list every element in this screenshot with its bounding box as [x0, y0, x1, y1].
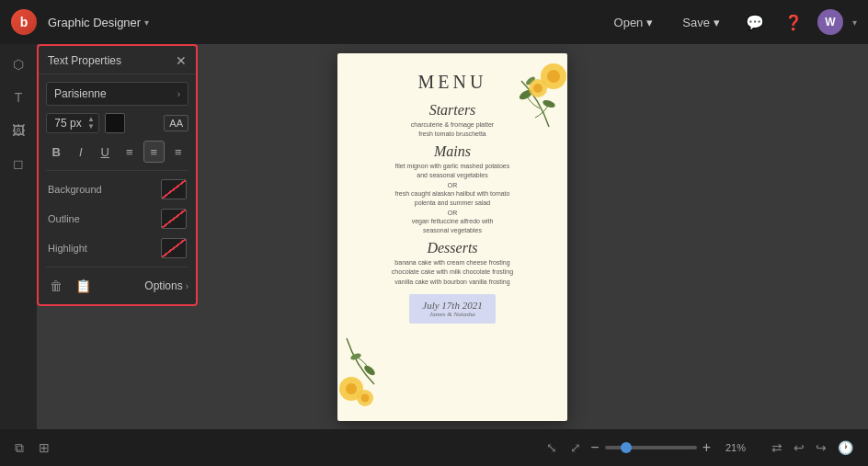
svg-point-1 [542, 98, 556, 108]
mains-item-5: vegan fettuccine alfredo with [412, 217, 494, 227]
help-icon[interactable]: ❓ [779, 10, 808, 35]
svg-point-12 [361, 393, 370, 402]
svg-point-10 [346, 383, 357, 394]
underline-button[interactable]: U [95, 141, 116, 163]
background-color-swatch[interactable] [161, 179, 187, 199]
app-name-chevron[interactable]: ▾ [144, 17, 149, 28]
desserts-item-3: vanilla cake with bourbon vanilla frosti… [394, 278, 509, 288]
bottom-bar: ⧉ ⊞ ⤡ ⤢ − + 21% ⇄ ↩ ↪ 🕐 [0, 429, 868, 466]
sidebar-icon-layers[interactable]: ⬡ [6, 51, 31, 77]
open-button[interactable]: Open ▾ [605, 10, 663, 35]
panel-title: Text Properties [48, 54, 121, 67]
avatar-chevron[interactable]: ▾ [852, 17, 857, 28]
mains-or-2: OR [448, 210, 458, 216]
history-icon[interactable]: 🕐 [834, 437, 857, 459]
options-button[interactable]: Options › [144, 279, 188, 292]
svg-point-6 [533, 84, 542, 93]
outline-label: Outline [48, 213, 80, 224]
background-row: Background [39, 175, 196, 204]
highlight-row: Highlight [39, 233, 196, 263]
align-center-button[interactable]: ≡ [143, 141, 165, 163]
font-size-input[interactable] [51, 117, 86, 130]
delete-icon[interactable]: 🗑 [46, 277, 66, 295]
text-properties-panel: Text Properties ✕ Parisienne › ▲ ▼ AA B … [37, 44, 198, 306]
divider-1 [46, 170, 188, 171]
divider-2 [46, 267, 188, 267]
font-size-input-wrap: ▲ ▼ [46, 113, 99, 133]
desserts-title: Desserts [427, 240, 477, 256]
menu-names: James & Natasha [422, 311, 482, 318]
font-name-label: Parisienne [54, 87, 107, 100]
logo[interactable]: b [11, 9, 37, 35]
font-size-down[interactable]: ▼ [87, 123, 95, 131]
highlight-color-swatch[interactable] [161, 238, 187, 258]
starters-title: Starters [429, 102, 476, 119]
main-area: ⬡ T 🖼 ◻ Text Properties ✕ Parisienne › ▲… [0, 44, 868, 429]
mains-item-4: polenta and summer salad [415, 199, 491, 209]
format-row: B I U ≡ ≡ ≡ [39, 137, 196, 166]
zoom-out-button[interactable]: − [590, 439, 599, 456]
flower-top-right [494, 53, 567, 136]
bottom-right-icons: ⇄ ↩ ↪ 🕐 [768, 437, 857, 459]
font-size-row: ▲ ▼ AA [39, 109, 196, 137]
swap-icon[interactable]: ⇄ [768, 437, 786, 459]
zoom-in-button[interactable]: + [702, 439, 711, 456]
zoom-controls: ⤡ ⤢ − + 21% [542, 437, 746, 459]
mains-or-1: OR [448, 182, 458, 188]
font-selector-chevron: › [177, 89, 180, 99]
layers-icon[interactable]: ⧉ [11, 437, 28, 460]
svg-point-4 [547, 70, 560, 83]
highlight-label: Highlight [48, 243, 87, 254]
align-left-button[interactable]: ≡ [120, 141, 141, 163]
sidebar-icon-text[interactable]: T [6, 85, 31, 110]
save-button[interactable]: Save ▾ [673, 10, 729, 35]
aa-button[interactable]: AA [164, 115, 188, 131]
outline-row: Outline [39, 204, 196, 233]
resize-icon[interactable]: ⤡ [542, 437, 561, 459]
outline-color-swatch[interactable] [161, 209, 187, 229]
left-sidebar: ⬡ T 🖼 ◻ [0, 44, 37, 429]
font-selector[interactable]: Parisienne › [46, 82, 188, 106]
grid-icon[interactable]: ⊞ [35, 437, 53, 459]
desserts-item-2: chocolate cake with milk chocolate frost… [392, 267, 513, 278]
background-label: Background [48, 184, 102, 195]
redo-icon[interactable]: ↪ [812, 437, 830, 459]
fullscreen-icon[interactable]: ⤢ [566, 437, 585, 459]
mains-item-3: fresh caught alaskan halibut with tomato [395, 189, 510, 199]
align-right-button[interactable]: ≡ [168, 141, 189, 163]
panel-close-button[interactable]: ✕ [176, 53, 187, 68]
undo-icon[interactable]: ↩ [790, 437, 808, 459]
sidebar-icon-image[interactable]: 🖼 [6, 118, 31, 143]
mains-item-2: and seasonal vegetables [417, 171, 487, 181]
avatar[interactable]: W [817, 9, 843, 35]
copy-icon[interactable]: 📋 [72, 277, 95, 295]
comment-icon[interactable]: 💬 [740, 10, 770, 35]
panel-header: Text Properties ✕ [39, 46, 196, 74]
starters-item-1: charcuterie & fromage platter [411, 120, 494, 131]
mains-item-1: filet mignon with garlic mashed potatoes [395, 162, 510, 172]
nav-right: 💬 ❓ W ▾ [740, 9, 857, 35]
mains-title: Mains [434, 143, 471, 160]
sidebar-icon-shapes[interactable]: ◻ [6, 151, 31, 176]
svg-point-7 [362, 363, 376, 376]
flower-bottom-left [337, 338, 402, 412]
italic-button[interactable]: I [71, 141, 92, 163]
zoom-slider[interactable] [605, 446, 697, 449]
mains-item-6: seasonal vegetables [423, 226, 482, 236]
menu-card: MENU Starters charcuterie & fromage plat… [337, 53, 567, 421]
menu-title: MENU [418, 72, 487, 93]
bold-button[interactable]: B [46, 141, 67, 163]
starters-item-2: fresh tomato bruschetta [418, 130, 486, 140]
desserts-item-1: banana cake with cream cheese frosting [394, 258, 509, 268]
menu-date: July 17th 2021 [422, 300, 482, 311]
options-row: 🗑 📋 Options › [39, 271, 196, 297]
menu-date-box: July 17th 2021 James & Natasha [409, 294, 495, 324]
zoom-percentage: 21% [716, 442, 746, 453]
font-color-box[interactable] [105, 113, 125, 133]
font-size-arrows: ▲ ▼ [87, 116, 95, 131]
app-name-container: Graphic Designer ▾ [48, 16, 149, 29]
top-nav: b Graphic Designer ▾ Open ▾ Save ▾ 💬 ❓ W… [0, 0, 868, 44]
app-name-label: Graphic Designer [48, 16, 141, 29]
